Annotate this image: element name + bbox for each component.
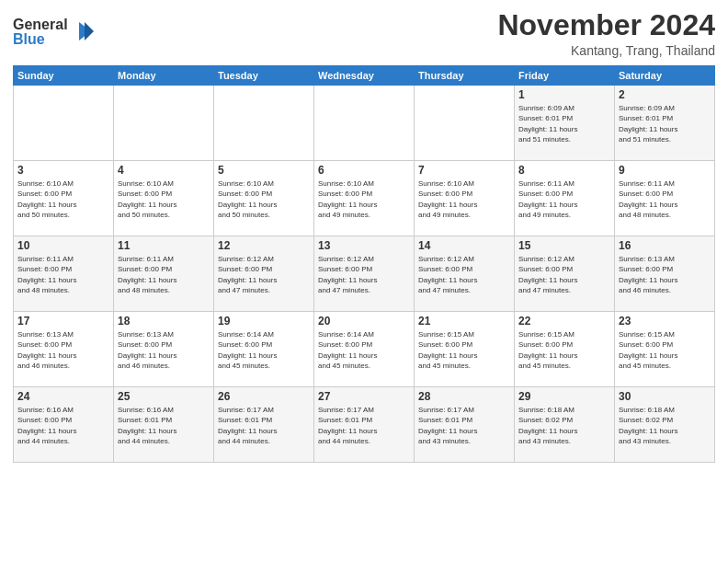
calendar-cell: 16Sunrise: 6:13 AM Sunset: 6:00 PM Dayli…	[615, 236, 715, 312]
calendar-body: 1Sunrise: 6:09 AM Sunset: 6:01 PM Daylig…	[14, 86, 715, 463]
calendar-cell: 5Sunrise: 6:10 AM Sunset: 6:00 PM Daylig…	[214, 161, 314, 236]
day-number: 18	[118, 315, 210, 327]
day-info: Sunrise: 6:13 AM Sunset: 6:00 PM Dayligh…	[118, 329, 210, 371]
day-info: Sunrise: 6:17 AM Sunset: 6:01 PM Dayligh…	[318, 405, 410, 446]
day-number: 29	[518, 390, 610, 403]
day-info: Sunrise: 6:18 AM Sunset: 6:02 PM Dayligh…	[619, 405, 711, 446]
week-row-4: 17Sunrise: 6:13 AM Sunset: 6:00 PM Dayli…	[14, 312, 715, 387]
calendar-cell: 23Sunrise: 6:15 AM Sunset: 6:00 PM Dayli…	[615, 312, 715, 387]
day-number: 10	[17, 239, 109, 252]
calendar-cell: 19Sunrise: 6:14 AM Sunset: 6:00 PM Dayli…	[214, 312, 314, 387]
calendar-cell: 29Sunrise: 6:18 AM Sunset: 6:02 PM Dayli…	[515, 387, 615, 463]
day-info: Sunrise: 6:13 AM Sunset: 6:00 PM Dayligh…	[17, 329, 109, 371]
calendar-cell: 18Sunrise: 6:13 AM Sunset: 6:00 PM Dayli…	[114, 312, 214, 387]
month-title: November 2024	[497, 9, 715, 41]
day-number: 3	[17, 164, 109, 177]
week-row-5: 24Sunrise: 6:16 AM Sunset: 6:00 PM Dayli…	[14, 387, 715, 463]
day-number: 8	[518, 164, 610, 177]
day-number: 7	[418, 164, 510, 177]
weekday-header-friday: Friday	[515, 66, 615, 86]
calendar-cell: 12Sunrise: 6:12 AM Sunset: 6:00 PM Dayli…	[214, 236, 314, 312]
calendar-cell: 26Sunrise: 6:17 AM Sunset: 6:01 PM Dayli…	[214, 387, 314, 463]
calendar-cell	[114, 86, 214, 161]
day-info: Sunrise: 6:15 AM Sunset: 6:00 PM Dayligh…	[619, 329, 711, 371]
location: Kantang, Trang, Thailand	[497, 43, 715, 58]
calendar-cell: 21Sunrise: 6:15 AM Sunset: 6:00 PM Dayli…	[415, 312, 515, 387]
day-info: Sunrise: 6:11 AM Sunset: 6:00 PM Dayligh…	[17, 254, 109, 295]
calendar-header: SundayMondayTuesdayWednesdayThursdayFrid…	[14, 66, 715, 86]
header: General Blue November 2024 Kantang, Tran…	[13, 9, 715, 58]
day-number: 24	[17, 390, 109, 403]
week-row-2: 3Sunrise: 6:10 AM Sunset: 6:00 PM Daylig…	[14, 161, 715, 236]
calendar-cell: 15Sunrise: 6:12 AM Sunset: 6:00 PM Dayli…	[515, 236, 615, 312]
week-row-3: 10Sunrise: 6:11 AM Sunset: 6:00 PM Dayli…	[14, 236, 715, 312]
calendar-cell: 7Sunrise: 6:10 AM Sunset: 6:00 PM Daylig…	[415, 161, 515, 236]
day-number: 4	[118, 164, 210, 177]
calendar-cell	[314, 86, 415, 161]
calendar-cell: 4Sunrise: 6:10 AM Sunset: 6:00 PM Daylig…	[114, 161, 214, 236]
calendar-cell: 17Sunrise: 6:13 AM Sunset: 6:00 PM Dayli…	[14, 312, 114, 387]
day-info: Sunrise: 6:11 AM Sunset: 6:00 PM Dayligh…	[619, 178, 711, 220]
day-info: Sunrise: 6:09 AM Sunset: 6:01 PM Dayligh…	[619, 103, 711, 144]
calendar-cell: 30Sunrise: 6:18 AM Sunset: 6:02 PM Dayli…	[615, 387, 715, 463]
calendar-cell: 14Sunrise: 6:12 AM Sunset: 6:00 PM Dayli…	[415, 236, 515, 312]
day-info: Sunrise: 6:15 AM Sunset: 6:00 PM Dayligh…	[518, 329, 610, 371]
logo: General Blue	[13, 13, 96, 55]
weekday-header-monday: Monday	[114, 66, 214, 86]
calendar-cell	[14, 86, 114, 161]
day-number: 23	[619, 315, 711, 327]
day-number: 2	[619, 88, 711, 101]
day-number: 1	[518, 88, 610, 101]
day-info: Sunrise: 6:12 AM Sunset: 6:00 PM Dayligh…	[518, 254, 610, 295]
day-info: Sunrise: 6:12 AM Sunset: 6:00 PM Dayligh…	[418, 254, 510, 295]
day-info: Sunrise: 6:16 AM Sunset: 6:01 PM Dayligh…	[118, 405, 210, 446]
day-number: 26	[218, 390, 310, 403]
calendar-cell: 8Sunrise: 6:11 AM Sunset: 6:00 PM Daylig…	[515, 161, 615, 236]
svg-marker-3	[85, 22, 94, 40]
weekday-row: SundayMondayTuesdayWednesdayThursdayFrid…	[14, 66, 715, 86]
day-number: 30	[619, 390, 711, 403]
day-info: Sunrise: 6:14 AM Sunset: 6:00 PM Dayligh…	[318, 329, 410, 371]
day-number: 11	[118, 239, 210, 252]
weekday-header-thursday: Thursday	[415, 66, 515, 86]
day-number: 13	[318, 239, 410, 252]
day-info: Sunrise: 6:10 AM Sunset: 6:00 PM Dayligh…	[17, 178, 109, 220]
day-number: 6	[318, 164, 410, 177]
day-info: Sunrise: 6:11 AM Sunset: 6:00 PM Dayligh…	[518, 178, 610, 220]
calendar-cell: 13Sunrise: 6:12 AM Sunset: 6:00 PM Dayli…	[314, 236, 415, 312]
day-number: 20	[318, 315, 410, 327]
calendar-cell: 11Sunrise: 6:11 AM Sunset: 6:00 PM Dayli…	[114, 236, 214, 312]
day-info: Sunrise: 6:10 AM Sunset: 6:00 PM Dayligh…	[418, 178, 510, 220]
day-info: Sunrise: 6:09 AM Sunset: 6:01 PM Dayligh…	[518, 103, 610, 144]
header-right: November 2024 Kantang, Trang, Thailand	[497, 9, 715, 58]
calendar-cell: 27Sunrise: 6:17 AM Sunset: 6:01 PM Dayli…	[314, 387, 415, 463]
day-info: Sunrise: 6:16 AM Sunset: 6:00 PM Dayligh…	[17, 405, 109, 446]
weekday-header-saturday: Saturday	[615, 66, 715, 86]
day-info: Sunrise: 6:10 AM Sunset: 6:00 PM Dayligh…	[118, 178, 210, 220]
day-number: 14	[418, 239, 510, 252]
calendar-cell: 9Sunrise: 6:11 AM Sunset: 6:00 PM Daylig…	[615, 161, 715, 236]
svg-text:General: General	[13, 17, 68, 32]
weekday-header-tuesday: Tuesday	[214, 66, 314, 86]
day-number: 28	[418, 390, 510, 403]
weekday-header-sunday: Sunday	[14, 66, 114, 86]
day-number: 15	[518, 239, 610, 252]
calendar-cell: 20Sunrise: 6:14 AM Sunset: 6:00 PM Dayli…	[314, 312, 415, 387]
calendar-cell: 1Sunrise: 6:09 AM Sunset: 6:01 PM Daylig…	[515, 86, 615, 161]
calendar-table: SundayMondayTuesdayWednesdayThursdayFrid…	[13, 65, 715, 463]
calendar-cell: 24Sunrise: 6:16 AM Sunset: 6:00 PM Dayli…	[14, 387, 114, 463]
svg-text:Blue: Blue	[13, 31, 45, 47]
day-number: 19	[218, 315, 310, 327]
day-number: 17	[17, 315, 109, 327]
day-info: Sunrise: 6:13 AM Sunset: 6:00 PM Dayligh…	[619, 254, 711, 295]
week-row-1: 1Sunrise: 6:09 AM Sunset: 6:01 PM Daylig…	[14, 86, 715, 161]
calendar-cell: 25Sunrise: 6:16 AM Sunset: 6:01 PM Dayli…	[114, 387, 214, 463]
calendar-cell: 3Sunrise: 6:10 AM Sunset: 6:00 PM Daylig…	[14, 161, 114, 236]
day-number: 25	[118, 390, 210, 403]
day-number: 16	[619, 239, 711, 252]
day-info: Sunrise: 6:12 AM Sunset: 6:00 PM Dayligh…	[218, 254, 310, 295]
calendar-cell	[214, 86, 314, 161]
day-number: 21	[418, 315, 510, 327]
day-number: 9	[619, 164, 711, 177]
day-info: Sunrise: 6:18 AM Sunset: 6:02 PM Dayligh…	[518, 405, 610, 446]
